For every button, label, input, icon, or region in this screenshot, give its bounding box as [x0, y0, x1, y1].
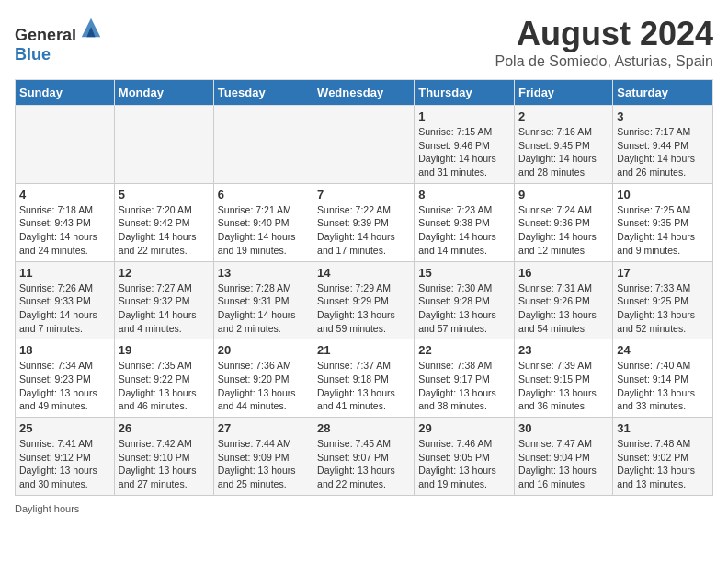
day-info: Sunrise: 7:37 AMSunset: 9:18 PMDaylight:…	[317, 359, 410, 413]
day-info: Sunrise: 7:44 AMSunset: 9:09 PMDaylight:…	[218, 437, 309, 491]
header-thursday: Thursday	[415, 80, 515, 106]
week-row-1: 1Sunrise: 7:15 AMSunset: 9:46 PMDaylight…	[16, 106, 713, 184]
day-info: Sunrise: 7:16 AMSunset: 9:45 PMDaylight:…	[518, 125, 609, 179]
day-number: 2	[518, 109, 609, 123]
subtitle: Pola de Somiedo, Asturias, Spain	[495, 53, 713, 70]
day-number: 25	[19, 421, 110, 435]
logo-blue: Blue	[15, 45, 51, 63]
header-sunday: Sunday	[16, 80, 115, 106]
day-number: 9	[518, 188, 609, 201]
calendar-cell: 6Sunrise: 7:21 AMSunset: 9:40 PMDaylight…	[213, 183, 313, 261]
day-info: Sunrise: 7:39 AMSunset: 9:15 PMDaylight:…	[518, 359, 609, 413]
day-number: 20	[218, 343, 309, 357]
calendar-cell: 26Sunrise: 7:42 AMSunset: 9:10 PMDayligh…	[114, 418, 213, 496]
day-number: 24	[617, 343, 709, 357]
day-number: 22	[418, 343, 510, 357]
day-info: Sunrise: 7:40 AMSunset: 9:14 PMDaylight:…	[617, 359, 709, 413]
day-info: Sunrise: 7:26 AMSunset: 9:33 PMDaylight:…	[19, 282, 110, 336]
footer: Daylight hours	[15, 503, 713, 514]
day-number: 21	[317, 343, 410, 357]
calendar-cell: 22Sunrise: 7:38 AMSunset: 9:17 PMDayligh…	[415, 339, 515, 418]
day-info: Sunrise: 7:28 AMSunset: 9:31 PMDaylight:…	[218, 282, 309, 336]
calendar-cell: 28Sunrise: 7:45 AMSunset: 9:07 PMDayligh…	[313, 418, 415, 496]
calendar-cell: 15Sunrise: 7:30 AMSunset: 9:28 PMDayligh…	[415, 261, 515, 339]
day-info: Sunrise: 7:30 AMSunset: 9:28 PMDaylight:…	[418, 282, 510, 336]
main-title: August 2024	[495, 15, 713, 53]
calendar-cell: 16Sunrise: 7:31 AMSunset: 9:26 PMDayligh…	[515, 261, 613, 339]
day-number: 29	[418, 421, 510, 435]
day-info: Sunrise: 7:18 AMSunset: 9:43 PMDaylight:…	[19, 203, 110, 258]
day-info: Sunrise: 7:31 AMSunset: 9:26 PMDaylight:…	[518, 282, 609, 336]
day-number: 31	[617, 421, 709, 435]
day-info: Sunrise: 7:42 AMSunset: 9:10 PMDaylight:…	[119, 437, 210, 491]
day-number: 7	[317, 188, 410, 201]
day-info: Sunrise: 7:38 AMSunset: 9:17 PMDaylight:…	[418, 359, 510, 413]
day-number: 8	[418, 188, 510, 201]
calendar-cell: 3Sunrise: 7:17 AMSunset: 9:44 PMDaylight…	[613, 106, 713, 184]
calendar-cell: 29Sunrise: 7:46 AMSunset: 9:05 PMDayligh…	[415, 418, 515, 496]
day-info: Sunrise: 7:22 AMSunset: 9:39 PMDaylight:…	[317, 203, 410, 258]
calendar-cell: 31Sunrise: 7:48 AMSunset: 9:02 PMDayligh…	[613, 418, 713, 496]
day-info: Sunrise: 7:23 AMSunset: 9:38 PMDaylight:…	[418, 203, 510, 258]
calendar-cell: 27Sunrise: 7:44 AMSunset: 9:09 PMDayligh…	[213, 418, 313, 496]
day-info: Sunrise: 7:25 AMSunset: 9:35 PMDaylight:…	[617, 203, 709, 258]
logo-general: General	[15, 26, 76, 44]
day-number: 23	[518, 343, 609, 357]
calendar-cell: 1Sunrise: 7:15 AMSunset: 9:46 PMDaylight…	[415, 106, 515, 184]
day-number: 14	[317, 266, 410, 280]
day-number: 1	[418, 109, 510, 123]
calendar-cell: 21Sunrise: 7:37 AMSunset: 9:18 PMDayligh…	[313, 339, 415, 418]
calendar-cell: 4Sunrise: 7:18 AMSunset: 9:43 PMDaylight…	[16, 183, 115, 261]
header: General Blue August 2024 Pola de Somiedo…	[15, 15, 713, 70]
day-info: Sunrise: 7:47 AMSunset: 9:04 PMDaylight:…	[518, 437, 609, 491]
calendar-cell	[313, 106, 415, 184]
calendar-cell: 25Sunrise: 7:41 AMSunset: 9:12 PMDayligh…	[16, 418, 115, 496]
week-row-4: 18Sunrise: 7:34 AMSunset: 9:23 PMDayligh…	[16, 339, 713, 418]
day-number: 16	[518, 266, 609, 280]
calendar-cell: 9Sunrise: 7:24 AMSunset: 9:36 PMDaylight…	[515, 183, 613, 261]
day-number: 15	[418, 266, 510, 280]
calendar-cell: 17Sunrise: 7:33 AMSunset: 9:25 PMDayligh…	[613, 261, 713, 339]
header-wednesday: Wednesday	[313, 80, 415, 106]
calendar-cell: 14Sunrise: 7:29 AMSunset: 9:29 PMDayligh…	[313, 261, 415, 339]
header-monday: Monday	[114, 80, 213, 106]
day-number: 3	[617, 109, 709, 123]
day-number: 17	[617, 266, 709, 280]
header-friday: Friday	[515, 80, 613, 106]
daylight-label: Daylight hours	[15, 503, 79, 514]
title-section: August 2024 Pola de Somiedo, Asturias, S…	[495, 15, 713, 70]
calendar-cell: 2Sunrise: 7:16 AMSunset: 9:45 PMDaylight…	[515, 106, 613, 184]
day-info: Sunrise: 7:36 AMSunset: 9:20 PMDaylight:…	[218, 359, 309, 413]
calendar-cell	[16, 106, 115, 184]
calendar-cell	[114, 106, 213, 184]
calendar-cell: 20Sunrise: 7:36 AMSunset: 9:20 PMDayligh…	[213, 339, 313, 418]
header-tuesday: Tuesday	[213, 80, 313, 106]
day-number: 27	[218, 421, 309, 435]
week-row-3: 11Sunrise: 7:26 AMSunset: 9:33 PMDayligh…	[16, 261, 713, 339]
calendar-cell: 19Sunrise: 7:35 AMSunset: 9:22 PMDayligh…	[114, 339, 213, 418]
calendar-cell: 24Sunrise: 7:40 AMSunset: 9:14 PMDayligh…	[613, 339, 713, 418]
day-info: Sunrise: 7:34 AMSunset: 9:23 PMDaylight:…	[19, 359, 110, 413]
day-info: Sunrise: 7:21 AMSunset: 9:40 PMDaylight:…	[218, 203, 309, 258]
day-number: 30	[518, 421, 609, 435]
calendar-cell: 30Sunrise: 7:47 AMSunset: 9:04 PMDayligh…	[515, 418, 613, 496]
day-info: Sunrise: 7:45 AMSunset: 9:07 PMDaylight:…	[317, 437, 410, 491]
day-info: Sunrise: 7:27 AMSunset: 9:32 PMDaylight:…	[119, 282, 210, 336]
day-info: Sunrise: 7:33 AMSunset: 9:25 PMDaylight:…	[617, 282, 709, 336]
day-info: Sunrise: 7:41 AMSunset: 9:12 PMDaylight:…	[19, 437, 110, 491]
calendar-cell: 23Sunrise: 7:39 AMSunset: 9:15 PMDayligh…	[515, 339, 613, 418]
week-row-5: 25Sunrise: 7:41 AMSunset: 9:12 PMDayligh…	[16, 418, 713, 496]
day-number: 10	[617, 188, 709, 201]
day-number: 11	[19, 266, 110, 280]
calendar-cell: 5Sunrise: 7:20 AMSunset: 9:42 PMDaylight…	[114, 183, 213, 261]
header-saturday: Saturday	[613, 80, 713, 106]
calendar-cell: 18Sunrise: 7:34 AMSunset: 9:23 PMDayligh…	[16, 339, 115, 418]
calendar-cell: 8Sunrise: 7:23 AMSunset: 9:38 PMDaylight…	[415, 183, 515, 261]
day-number: 28	[317, 421, 410, 435]
day-number: 19	[119, 343, 210, 357]
day-info: Sunrise: 7:20 AMSunset: 9:42 PMDaylight:…	[119, 203, 210, 258]
day-info: Sunrise: 7:48 AMSunset: 9:02 PMDaylight:…	[617, 437, 709, 491]
day-number: 5	[119, 188, 210, 201]
week-row-2: 4Sunrise: 7:18 AMSunset: 9:43 PMDaylight…	[16, 183, 713, 261]
day-info: Sunrise: 7:29 AMSunset: 9:29 PMDaylight:…	[317, 282, 410, 336]
